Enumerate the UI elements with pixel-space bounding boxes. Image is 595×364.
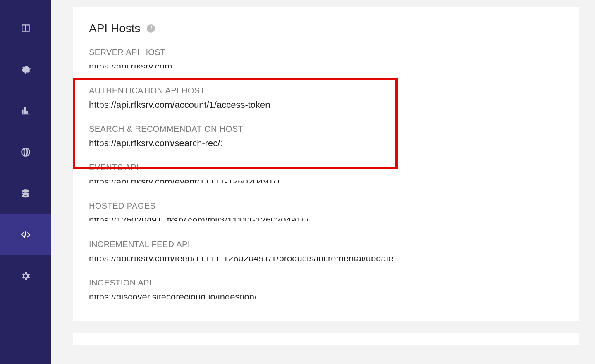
field-label: HOSTED PAGES xyxy=(89,201,563,211)
field-value: https://api.rfksrv.com/account/1/access-… xyxy=(89,100,270,110)
sidebar-item-analytics[interactable] xyxy=(0,90,51,131)
puzzle-icon xyxy=(20,64,31,75)
field-value-wrap: https://api.rfksrv.com xyxy=(89,59,563,74)
field-value-wrap: https://api.rfksrv.com/account/1/access-… xyxy=(89,98,563,112)
database-icon xyxy=(20,188,31,199)
redaction-strip xyxy=(89,175,563,180)
redaction-strip xyxy=(89,68,563,74)
gear-icon xyxy=(20,271,31,281)
redaction-strip xyxy=(89,299,563,304)
next-card-peek xyxy=(73,333,579,345)
card-header: API Hosts i xyxy=(89,22,563,35)
field-label: SERVER API HOST xyxy=(89,48,563,57)
field-value-wrap: https://api.rfksrv.com/event/11111-12602… xyxy=(89,175,563,189)
field-value-wrap: https://api.rfksrv.com/search-rec/11111-… xyxy=(89,136,563,150)
field-hosted-pages: HOSTED PAGES https://126020491. fksrv.co… xyxy=(89,201,563,227)
field-label: INCREMENTAL FEED API xyxy=(89,240,563,249)
field-incremental-feed-api: INCREMENTAL FEED API https://api.rfksrv.… xyxy=(89,240,563,266)
bar-chart-icon xyxy=(20,105,31,116)
field-value-wrap: https://api.rfksrv.com/feed/11111-126020… xyxy=(89,252,563,266)
redaction-strip xyxy=(89,261,563,266)
panel-icon xyxy=(20,23,31,33)
sidebar-item-panel[interactable] xyxy=(0,7,51,49)
redaction-strip xyxy=(89,183,563,189)
sidebar-item-settings[interactable] xyxy=(0,255,51,297)
field-value-wrap: https://discover.sitecorecloud.io/ingest… xyxy=(89,290,563,304)
field-events-api: EVENTS API https://api.rfksrv.com/event/… xyxy=(89,163,563,189)
field-search-rec-host: SEARCH & RECOMMENDATION HOST https://api… xyxy=(89,124,563,150)
redaction-strip xyxy=(89,59,563,65)
sidebar-item-puzzle[interactable] xyxy=(0,49,51,90)
redaction-strip xyxy=(89,221,563,227)
redaction-strip xyxy=(89,252,563,257)
redaction-strip xyxy=(89,213,563,218)
info-icon[interactable]: i xyxy=(147,24,155,33)
field-ingestion-api: INGESTION API https://discover.sitecorec… xyxy=(89,278,563,304)
api-hosts-card: API Hosts i SERVER API HOST https://api.… xyxy=(73,7,579,321)
redaction-strip xyxy=(222,136,563,150)
sidebar-item-globe[interactable] xyxy=(0,131,51,173)
field-auth-api-host: AUTHENTICATION API HOST https://api.rfks… xyxy=(89,86,563,112)
main-content: API Hosts i SERVER API HOST https://api.… xyxy=(51,0,595,364)
globe-icon xyxy=(20,147,31,157)
sidebar-item-database[interactable] xyxy=(0,173,51,214)
field-label: SEARCH & RECOMMENDATION HOST xyxy=(89,124,563,134)
card-title: API Hosts xyxy=(89,22,140,35)
redaction-strip xyxy=(89,290,563,295)
sidebar xyxy=(0,0,51,364)
code-icon xyxy=(20,229,31,240)
field-label: EVENTS API xyxy=(89,163,563,172)
sidebar-item-developer[interactable] xyxy=(0,214,51,255)
field-label: INGESTION API xyxy=(89,278,563,288)
field-value-wrap: https://126020491. fksrv.com/fbi/3/11111… xyxy=(89,213,563,227)
field-server-api-host: SERVER API HOST https://api.rfksrv.com xyxy=(89,48,563,74)
field-label: AUTHENTICATION API HOST xyxy=(89,86,563,95)
